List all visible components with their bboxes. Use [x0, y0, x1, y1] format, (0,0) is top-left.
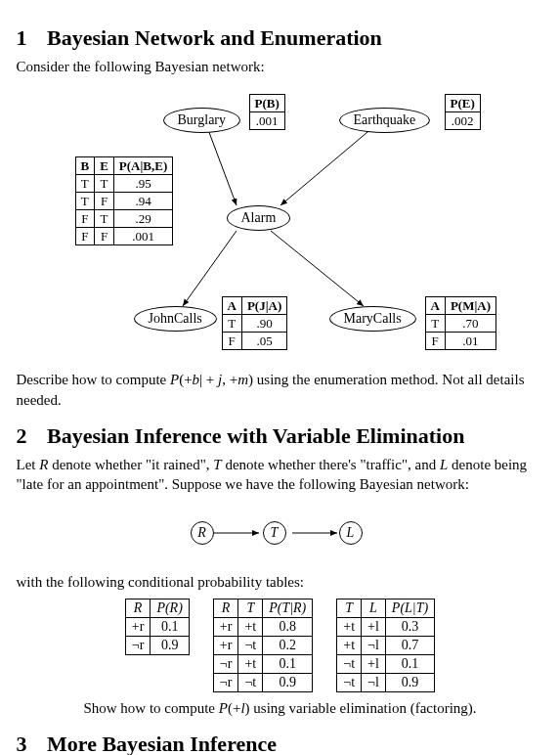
- cpt-a-h2: P(A|B,E): [113, 157, 172, 175]
- section1-question: Describe how to compute P(+b| + j, +m) u…: [17, 370, 544, 410]
- cpt-e-header: P(E): [445, 95, 480, 112]
- section3-title: More Bayesian Inference: [47, 732, 277, 755]
- section2-question: Show how to compute P(+l) using variable…: [17, 698, 544, 718]
- node-l: L: [339, 521, 363, 545]
- tables-intro: with the following conditional probabili…: [17, 572, 544, 592]
- svg-line-0: [207, 127, 237, 205]
- svg-line-1: [280, 127, 373, 205]
- svg-line-2: [183, 231, 237, 306]
- cpt-e-value: .002: [445, 112, 480, 130]
- node-r: R: [191, 521, 214, 545]
- section1-title: Bayesian Network and Enumeration: [47, 25, 382, 50]
- section1-intro: Consider the following Bayesian network:: [17, 57, 544, 76]
- bayes-net-figure-1: Burglary Earthquake Alarm JohnCalls Mary…: [17, 86, 544, 360]
- section3-heading: 3 More Bayesian Inference: [17, 732, 544, 755]
- section2-number: 2: [17, 423, 42, 449]
- cpt-m: AP(M|A) T.70 F.01: [425, 296, 497, 350]
- cpt-b-header: P(B): [249, 95, 284, 112]
- cpt-b: P(B) .001: [249, 94, 285, 130]
- cpt-a: B E P(A|B,E) TT.95 TF.94 FT.29 FF.001: [75, 156, 174, 245]
- section3-number: 3: [17, 732, 42, 755]
- cpt-a-h1: E: [95, 157, 114, 175]
- cpt-a-h0: B: [75, 157, 95, 175]
- node-marycalls: MaryCalls: [329, 306, 416, 332]
- node-t: T: [263, 521, 286, 545]
- node-johncalls: JohnCalls: [134, 306, 217, 332]
- table-lt: TLP(L|T) +t+l0.3 +t¬l0.7 ¬t+l0.1 ¬t¬l0.9: [336, 599, 435, 692]
- section1-number: 1: [17, 25, 42, 51]
- section2-intro: Let R denote whether "it rained", T deno…: [17, 455, 544, 495]
- section2-title: Bayesian Inference with Variable Elimina…: [47, 423, 464, 448]
- table-tr: RTP(T|R) +r+t0.8 +r¬t0.2 ¬r+t0.1 ¬r¬t0.9: [213, 599, 313, 692]
- cpt-j: AP(J|A) T.90 F.05: [222, 296, 288, 350]
- table-r: RP(R) +r0.1 ¬r0.9: [125, 599, 190, 655]
- cpt-b-value: .001: [249, 112, 284, 130]
- section1-heading: 1 Bayesian Network and Enumeration: [17, 25, 544, 51]
- bayes-net-figure-2: R T L: [17, 504, 544, 562]
- svg-line-3: [271, 231, 364, 306]
- section2-heading: 2 Bayesian Inference with Variable Elimi…: [17, 423, 544, 449]
- cpt-tables-row: RP(R) +r0.1 ¬r0.9 RTP(T|R) +r+t0.8 +r¬t0…: [17, 599, 544, 692]
- cpt-e: P(E) .002: [445, 94, 481, 130]
